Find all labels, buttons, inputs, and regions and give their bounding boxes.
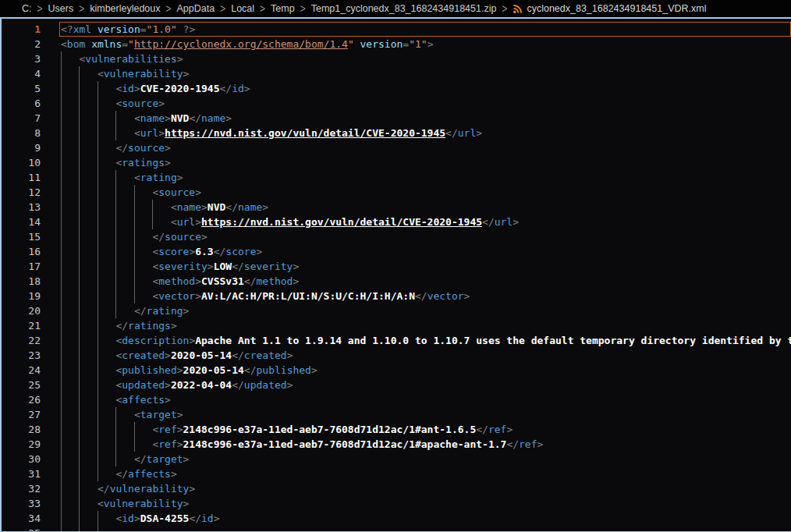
code-line-content[interactable]: <rating> (59, 170, 791, 185)
code-line[interactable]: 7 <name>NVD</name> (2, 111, 791, 126)
code-line-content[interactable]: </affects> (59, 466, 791, 481)
code-line[interactable]: 29 <ref>2148c996-e37a-11ed-aeb7-7608d71d… (2, 437, 791, 452)
code-line[interactable]: 10 <ratings> (2, 155, 791, 170)
breadcrumb-item[interactable]: Temp (271, 3, 295, 14)
code-line-content[interactable]: <source> (59, 185, 791, 200)
code-line[interactable]: 6 <source> (2, 96, 791, 111)
code-line[interactable]: 23 <created>2020-05-14</created> (2, 348, 791, 363)
syntax-token-p: > (244, 83, 250, 94)
code-line[interactable]: 34 <id>DSA-4255</id> (2, 511, 791, 526)
code-line[interactable]: 33 <vulnerability> (2, 496, 791, 511)
code-line-content[interactable]: <?xml version="1.0" ?> (59, 22, 791, 37)
code-line[interactable]: 4 <vulnerability> (2, 66, 791, 81)
code-line[interactable]: 14 <url>https://nvd.nist.gov/vuln/detail… (2, 215, 791, 229)
code-line-content[interactable]: <published>2020-05-14</published> (59, 363, 791, 378)
syntax-token-p: > (177, 364, 183, 376)
breadcrumb-item[interactable]: AppData (177, 3, 215, 14)
gutter-gap (41, 481, 59, 496)
code-line-content[interactable]: <url>https://nvd.nist.gov/vuln/detail/CV… (59, 126, 791, 140)
code-line-content[interactable]: <name>NVD</name> (59, 111, 791, 126)
code-line-content[interactable]: <ratings> (59, 155, 791, 170)
breadcrumb-item[interactable]: kimberleyledoux (90, 3, 160, 14)
breadcrumb-item[interactable]: Local (231, 3, 254, 14)
code-line-content[interactable]: </target> (59, 452, 791, 466)
code-line[interactable]: 20 </rating> (2, 303, 791, 318)
code-line-content[interactable]: <affects> (59, 392, 791, 407)
syntax-token-a: xmlns (85, 38, 122, 50)
syntax-token-g: target (147, 453, 183, 465)
line-number: 10 (2, 155, 41, 170)
code-line-content[interactable]: <name>NVD</name> (59, 200, 791, 215)
code-line[interactable]: 12 <source> (2, 185, 791, 200)
code-line[interactable]: 21 </ratings> (2, 318, 791, 333)
code-line-content[interactable]: <vulnerability> (59, 496, 791, 511)
code-line-content[interactable]: <updated>2022-04-04</updated> (59, 378, 791, 392)
code-line[interactable]: 27 <target> (2, 407, 791, 422)
syntax-token-p: </ (134, 305, 147, 317)
code-line-content[interactable]: <url>https://nvd.nist.gov/vuln/detail/CV… (59, 215, 791, 229)
code-line[interactable]: 28 <ref>2148c996-e37a-11ed-aeb7-7608d71d… (2, 422, 791, 437)
syntax-token-g: created (244, 349, 287, 361)
syntax-token-p: > (165, 157, 171, 168)
code-line-content[interactable]: </rating> (59, 303, 791, 318)
code-line-content[interactable]: <bom xmlns="http://cyclonedx.org/schema/… (59, 37, 791, 51)
syntax-token-g: published (257, 364, 311, 376)
code-line[interactable]: 16 <score>6.3</score> (2, 244, 791, 259)
code-line[interactable]: 2<bom xmlns="http://cyclonedx.org/schema… (2, 37, 791, 51)
code-line-content[interactable]: <target> (59, 407, 791, 422)
code-line[interactable]: 5 <id>CVE-2020-1945</id> (2, 81, 791, 96)
code-line[interactable]: 32 </vulnerability> (2, 481, 791, 496)
breadcrumb-item[interactable]: Temp1_cyclonedx_83_1682434918451.zip (311, 3, 497, 14)
code-line[interactable]: 11 <rating> (2, 170, 791, 185)
code-line[interactable]: 18 <method>CVSSv31</method> (2, 274, 791, 289)
syntax-token-g: updated (122, 379, 165, 391)
syntax-token-p: </ (152, 231, 165, 243)
code-line[interactable]: 1<?xml version="1.0" ?> (2, 22, 791, 37)
code-line[interactable]: 8 <url>https://nvd.nist.gov/vuln/detail/… (2, 126, 791, 140)
code-line[interactable]: 15 </source> (2, 229, 791, 244)
code-line[interactable]: 25 <updated>2022-04-04</updated> (2, 378, 791, 392)
gutter-gap (41, 96, 59, 111)
code-line[interactable]: 26 <affects> (2, 392, 791, 407)
code-line[interactable]: 30 </target> (2, 452, 791, 466)
code-line[interactable]: 22 <description>Apache Ant 1.1 to 1.9.14… (2, 333, 791, 348)
code-line-content[interactable]: <ref>2148c996-e37a-11ed-aeb7-7608d71d12a… (59, 422, 791, 437)
code-line-content[interactable]: </source> (59, 140, 791, 155)
indent-guides (61, 81, 115, 96)
code-line-content[interactable]: <id>DSA-4255</id> (59, 511, 791, 526)
code-line[interactable]: 3 <vulnerabilities> (2, 51, 791, 66)
code-line-content[interactable]: <vulnerability> (59, 66, 791, 81)
code-line-content[interactable]: <vector>AV:L/AC:H/PR:L/UI:N/S:U/C:H/I:H/… (59, 289, 791, 303)
code-line-content[interactable]: <method>CVSSv31</method> (59, 274, 791, 289)
code-line-content[interactable]: <ref>2148c996-e37a-11ed-aeb7-7608d71d12a… (59, 437, 791, 452)
code-line[interactable]: 35 <source> (2, 526, 791, 532)
syntax-token-p: > (201, 201, 208, 213)
code-line[interactable]: 19 <vector>AV:L/AC:H/PR:L/UI:N/S:U/C:H/I… (2, 289, 791, 303)
syntax-token-p: > (171, 468, 177, 480)
code-line-content[interactable]: </ratings> (59, 318, 791, 333)
code-line[interactable]: 13 <name>NVD</name> (2, 200, 791, 215)
code-line-content[interactable]: <score>6.3</score> (59, 244, 791, 259)
code-line[interactable]: 17 <severity>LOW</severity> (2, 259, 791, 274)
code-line[interactable]: 9 </source> (2, 140, 791, 155)
code-line-content[interactable]: <source> (59, 96, 791, 111)
breadcrumb-item[interactable]: C: (22, 3, 32, 14)
code-line-content[interactable]: <created>2020-05-14</created> (59, 348, 791, 363)
code-line-content[interactable]: <id>CVE-2020-1945</id> (59, 81, 791, 96)
syntax-token-p: </ (115, 320, 128, 332)
indent-guides (61, 200, 171, 215)
code-editor[interactable]: 1<?xml version="1.0" ?>2<bom xmlns="http… (0, 17, 791, 532)
code-line-content[interactable]: <source> (59, 526, 791, 532)
code-line-content[interactable]: <severity>LOW</severity> (59, 259, 791, 274)
breadcrumb-item-file[interactable]: cyclonedx_83_1682434918451_VDR.xml (513, 3, 706, 14)
code-line-content[interactable]: </vulnerability> (59, 481, 791, 496)
code-line[interactable]: 31 </affects> (2, 466, 791, 481)
code-line[interactable]: 24 <published>2020-05-14</published> (2, 363, 791, 378)
code-line-content[interactable]: </source> (59, 229, 791, 244)
code-line-content[interactable]: <description>Apache Ant 1.1 to 1.9.14 an… (59, 333, 791, 348)
indent-guides (61, 259, 152, 274)
code-line-content[interactable]: <vulnerabilities> (59, 51, 791, 66)
syntax-token-p: </ (225, 201, 238, 213)
gutter-gap (41, 215, 59, 229)
breadcrumb-item[interactable]: Users (48, 3, 74, 14)
